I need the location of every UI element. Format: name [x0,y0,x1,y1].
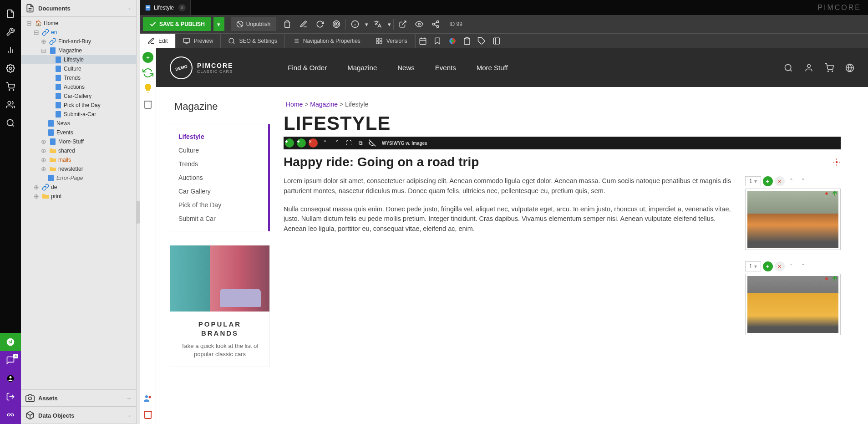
info-dropdown[interactable]: ▾ [364,21,369,28]
block-expand-icon[interactable]: ⛶ [343,137,355,149]
rail-users-icon[interactable] [0,96,21,114]
block-copy-icon[interactable]: ⧉ [355,137,366,149]
breadcrumb-home[interactable]: Home [286,101,303,108]
article-text[interactable]: Lorem ipsum dolor sit amet, consectetuer… [284,176,734,347]
save-publish-button[interactable]: SAVE & PUBLISH [143,17,211,31]
image-slot-1[interactable] [745,189,841,250]
tree-mails[interactable]: ⊕mails [21,155,136,164]
panel-header-dataobjects[interactable]: Data Objects → [21,407,136,424]
reload-icon[interactable] [313,17,327,31]
nav-events[interactable]: Events [435,64,456,72]
mag-nav-culture[interactable]: Culture [170,143,268,157]
rail-search-icon[interactable] [0,114,21,132]
bookmark-icon[interactable] [430,34,445,48]
block-up-icon[interactable]: ˄ [319,137,331,149]
info-icon[interactable] [348,17,362,31]
tree-home[interactable]: ⊟🏠Home [21,19,136,28]
tree-news[interactable]: News [21,119,136,128]
block-down-icon[interactable]: ˅ [331,137,343,149]
img-down-icon[interactable]: ˅ [798,261,808,271]
img-down-icon[interactable]: ˅ [798,176,808,186]
tree-culture[interactable]: Culture [21,64,136,73]
splitter[interactable] [137,0,140,424]
trash-icon-2[interactable] [142,409,153,419]
tab-nav[interactable]: Navigation & Properties [285,34,368,48]
mag-nav-pick[interactable]: Pick of the Day [170,198,268,212]
save-dropdown[interactable]: ▾ [213,17,224,31]
globe-icon[interactable] [845,63,854,72]
tree-shared[interactable]: ⊕shared [21,146,136,155]
tab-lifestyle[interactable]: Lifestyle × [140,0,191,15]
open-icon[interactable] [396,17,410,31]
collapse-icon[interactable]: → [126,395,132,402]
tag-icon[interactable] [474,34,489,48]
collapse-icon[interactable]: → [126,5,132,12]
block-add-icon-2[interactable]: + [297,138,306,148]
rail-chart-icon[interactable] [0,41,21,59]
workflow-icon[interactable] [489,34,504,48]
breadcrumb-magazine[interactable]: Magazine [310,101,338,108]
image-count[interactable]: 1▾ [745,261,761,271]
schedule-icon[interactable] [416,34,430,48]
rail-gear-icon[interactable] [0,59,21,77]
translate-icon[interactable] [371,17,385,31]
search-icon[interactable] [784,63,793,72]
unpublish-button[interactable]: Unpublish [231,17,276,31]
rail-file-icon[interactable] [0,5,21,23]
tree-newsletter[interactable]: ⊕newsletter [21,164,136,174]
tree-find-buy[interactable]: ⊕Find-and-Buy [21,37,136,46]
trash-icon[interactable] [142,98,153,109]
tree-car-gallery[interactable]: Car-Gallery [21,92,136,101]
nav-magazine[interactable]: Magazine [347,64,377,72]
bulb-icon[interactable] [142,83,153,94]
tree-error-page[interactable]: Error-Page [21,174,136,183]
tree-print[interactable]: ⊕print [21,192,136,201]
panel-header-documents[interactable]: Documents → [21,0,136,17]
tree-pick[interactable]: Pick of the Day [21,101,136,110]
tab-preview[interactable]: Preview [176,34,221,48]
translate-dropdown[interactable]: ▾ [387,21,391,28]
add-block-icon[interactable]: + [142,52,153,63]
img-up-icon[interactable]: ˄ [787,176,797,186]
rail-cart-icon[interactable] [0,77,21,96]
share-icon[interactable] [428,17,443,31]
article-h2[interactable]: Happy ride: Going on a road trip [284,155,841,169]
mag-nav-submit[interactable]: Submit a Car [170,212,268,225]
tree-more-stuff[interactable]: ⊕More-Stuff [21,137,136,146]
delete-icon[interactable] [280,17,294,31]
mag-nav-trends[interactable]: Trends [170,157,268,171]
target-icon[interactable] [329,17,344,31]
image-slot-2[interactable] [745,274,841,335]
img-del-icon[interactable]: × [775,261,785,271]
rail-symfony-icon[interactable]: sf [0,333,21,351]
tab-edit[interactable]: Edit [140,34,176,48]
tree-de[interactable]: ⊕de [21,183,136,192]
tree-auctions[interactable]: Auctions [21,82,136,92]
mag-nav-gallery[interactable]: Car Gallery [170,184,268,198]
nav-find[interactable]: Find & Order [288,64,327,72]
block-delete-icon[interactable]: × [309,138,318,148]
user-icon[interactable] [804,63,813,72]
tree-lifestyle[interactable]: Lifestyle [21,55,136,64]
rail-wrench-icon[interactable] [0,23,21,41]
tree-submit[interactable]: Submit-a-Car [21,110,136,119]
mag-nav-auctions[interactable]: Auctions [170,171,268,184]
nav-news[interactable]: News [397,64,415,72]
cart-icon[interactable] [825,63,834,72]
image-count[interactable]: 1▾ [745,176,761,186]
popular-brands-card[interactable]: POPULAR BRANDS Take a quick look at the … [170,245,270,367]
img-up-icon[interactable]: ˄ [787,261,797,271]
notes-icon[interactable] [460,34,474,48]
block-add-icon[interactable]: + [285,138,294,148]
img-add-icon[interactable]: + [763,261,773,271]
site-logo[interactable]: DEMO PIMCORECLASSIC CARS [170,56,233,79]
nav-more[interactable]: More Stuff [477,64,508,72]
rail-infinity-icon[interactable] [0,406,21,424]
target-marker-icon[interactable] [832,155,841,169]
tree-magazine[interactable]: ⊟Magazine [21,46,136,55]
rename-icon[interactable] [296,17,311,31]
users-icon[interactable] [142,393,153,404]
close-icon[interactable]: × [178,4,186,11]
circle-icon[interactable] [445,34,460,48]
img-del-icon[interactable]: × [775,176,785,186]
